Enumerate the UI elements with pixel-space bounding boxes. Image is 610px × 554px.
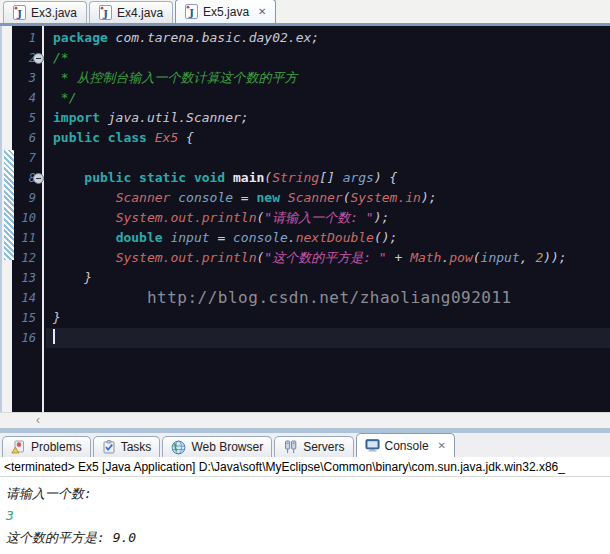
tab-label: Web Browser	[191, 440, 263, 454]
scroll-left-icon[interactable]: ‹	[36, 413, 40, 428]
view-tab-bar: ProblemsTasksWeb BrowserServersConsole✕	[0, 433, 610, 457]
view-tab-console[interactable]: Console✕	[356, 433, 455, 457]
ide-window: JEx3.javaJEx4.javaJEx5.java✕ 1package co…	[0, 0, 610, 554]
code-text: Scanner console = new Scanner(System.in)…	[46, 188, 610, 208]
tasks-icon	[102, 440, 116, 454]
code-text: */	[46, 88, 610, 108]
line-number: 4	[12, 88, 42, 108]
code-text: }	[46, 308, 610, 328]
line-number: 15	[12, 308, 42, 328]
code-text: * 从控制台输入一个数计算这个数的平方	[46, 68, 610, 88]
console-stdout-line: 请输入一个数:	[6, 483, 610, 505]
editor-tab-ex3-java[interactable]: JEx3.java	[3, 1, 87, 23]
console-status-line: <terminated> Ex5 [Java Application] D:\J…	[0, 457, 610, 477]
code-text: System.out.println("请输入一个数: ");	[46, 208, 610, 228]
view-tab-web-browser[interactable]: Web Browser	[162, 436, 272, 457]
console-icon	[365, 439, 380, 452]
java-file-icon: J	[185, 4, 198, 19]
token-str: "这个数的平方是: "	[264, 250, 386, 265]
code-text: public static void main(String[] args) {	[46, 168, 610, 188]
token-cls: Scanner	[288, 190, 343, 205]
code-line: 3 * 从控制台输入一个数计算这个数的平方	[12, 68, 610, 88]
code-line: 10 System.out.println("请输入一个数: ");	[12, 208, 610, 228]
line-number: 16	[12, 328, 42, 348]
code-line: 4 */	[12, 88, 610, 108]
code-line: 15}	[12, 308, 610, 328]
editor-tab-ex4-java[interactable]: JEx4.java	[89, 1, 173, 23]
token-txt: {	[178, 130, 194, 145]
line-number: 13	[12, 268, 42, 288]
token-wht: main	[225, 170, 264, 185]
java-file-icon: J	[13, 5, 26, 20]
token-cls: System.in	[350, 190, 420, 205]
watermark-text: http://blog.csdn.net/zhaoliang092011	[147, 288, 512, 307]
tab-label: Console	[385, 439, 429, 453]
token-txt: =	[233, 190, 256, 205]
token-cls: System.out.println	[116, 250, 257, 265]
token-txt	[53, 170, 84, 185]
console-output[interactable]: 请输入一个数: 3这个数的平方是: 9.0	[0, 478, 610, 554]
annotation-ruler[interactable]	[0, 26, 12, 412]
token-txt: }	[53, 310, 61, 325]
tab-label: Ex5.java	[203, 5, 249, 19]
token-kw: new	[257, 190, 280, 205]
tab-label: Ex4.java	[117, 6, 163, 20]
fold-collapse-icon[interactable]	[33, 173, 44, 184]
token-cmt: * 从控制台输入一个数计算这个数的平方	[53, 70, 297, 85]
view-tab-servers[interactable]: Servers	[274, 436, 353, 457]
tab-label: Tasks	[121, 440, 152, 454]
line-number: 12	[12, 248, 42, 268]
svg-text:J: J	[16, 8, 22, 19]
line-number: 14	[12, 288, 42, 308]
token-cmt: /*	[53, 50, 69, 65]
close-icon[interactable]: ✕	[258, 7, 266, 17]
token-txt: (	[473, 250, 481, 265]
web-icon	[171, 440, 186, 455]
token-txt	[280, 190, 288, 205]
code-text	[46, 148, 610, 168]
code-text: double input = console.nextDouble();	[46, 228, 610, 248]
token-txt: =	[210, 230, 233, 245]
fold-collapse-icon[interactable]	[33, 53, 44, 64]
code-text: public class Ex5 {	[46, 128, 610, 148]
token-var: console	[233, 230, 288, 245]
token-var: input	[170, 230, 209, 245]
token-cls: nextDouble	[296, 230, 374, 245]
token-txt: []	[319, 170, 342, 185]
view-tab-tasks[interactable]: Tasks	[93, 436, 161, 457]
line-number: 3	[12, 68, 42, 88]
code-line: 6public class Ex5 {	[12, 128, 610, 148]
code-line: 7	[12, 148, 610, 168]
code-text: package com.tarena.basic.day02.ex;	[46, 28, 610, 48]
line-number: 5	[12, 108, 42, 128]
code-text: http://blog.csdn.net/zhaoliang092011	[46, 288, 610, 308]
close-icon[interactable]: ✕	[438, 440, 446, 451]
token-txt: }	[53, 270, 92, 285]
token-cls: pow	[449, 250, 472, 265]
tab-label: Ex3.java	[31, 6, 77, 20]
horizontal-scrollbar[interactable]: ‹	[0, 412, 610, 428]
token-txt	[147, 130, 155, 145]
token-txt	[53, 190, 116, 205]
problems-icon	[11, 440, 26, 454]
token-var: input	[481, 250, 520, 265]
token-txt: java.util.Scanner;	[100, 110, 249, 125]
editor-tab-ex5-java[interactable]: JEx5.java✕	[175, 0, 276, 23]
code-line: 14 http://blog.csdn.net/zhaoliang092011	[12, 288, 610, 308]
token-txt: ) {	[374, 170, 397, 185]
token-txt: +	[387, 250, 410, 265]
token-txt: );	[374, 210, 390, 225]
line-number: 7	[12, 148, 42, 168]
token-txt: com.tarena.basic.day02.ex;	[108, 30, 319, 45]
token-txt	[53, 291, 147, 306]
code-editor[interactable]: 1package com.tarena.basic.day02.ex;2/*3 …	[0, 26, 610, 412]
token-kw: public class	[53, 130, 147, 145]
view-tab-problems[interactable]: Problems	[2, 436, 91, 457]
token-kw: package	[53, 30, 108, 45]
token-txt: ();	[374, 230, 397, 245]
token-kw: double	[116, 230, 163, 245]
code-text: import java.util.Scanner;	[46, 108, 610, 128]
token-var: console	[178, 190, 233, 205]
token-txt	[53, 230, 116, 245]
console-stdin-line: 3	[6, 505, 610, 527]
